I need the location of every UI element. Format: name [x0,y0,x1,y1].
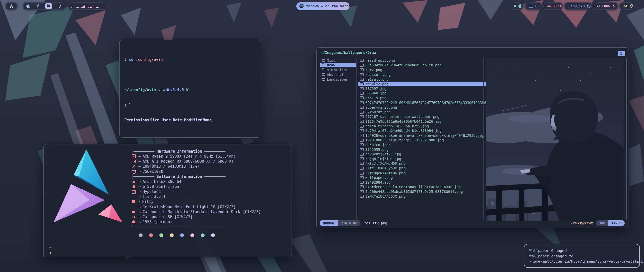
image-file-icon [360,176,364,179]
status-bar: NORMAL218.8 KB result2.png -rwxrwxrwx 36… [317,220,629,226]
file-size-badge: 218.8 KB [338,220,360,226]
arrow-icon: → [138,189,141,194]
palette-dot [170,233,174,237]
temperature-value: 26°C [553,4,562,8]
info-value: Arch Linux x86_64 [143,179,181,184]
file-name: wallpaper.png [365,176,393,180]
visualizer-bar [89,8,90,8]
spotify-icon [299,4,304,8]
arrow-icon: → [138,154,141,159]
info-value: AMD ATI Radeon RX 6800/6800 XT / 6900 XT [143,159,233,164]
info-value: Catppuccin-SE [GTK2/3] [143,214,193,219]
keyboard-layout-value: US [535,4,540,8]
info-value: kitty [142,199,153,204]
rainbow-icon [547,5,551,8]
paintbrush-icon[interactable] [58,4,62,8]
file-manager-icon-active[interactable] [45,3,52,9]
palette-dot [180,233,184,237]
arrow-icon: → [138,184,141,189]
neovim-icon[interactable]: V [37,4,39,8]
file-name: 3122955.png [365,148,389,152]
notification-body: Wallpaper changed to /home/matt/.config/… [529,254,634,264]
file-name: 154928-odinokoe_anime-art-anime-okno-sin… [365,133,484,138]
info-line: →Catppuccin-Macchiato-Standard-Lavender-… [132,209,227,214]
app-launcher-button[interactable] [6,2,17,10]
arch-crystal-logo [49,147,125,232]
notification-title: Wallpaper Changed [529,248,634,253]
visualizer-bar [90,7,91,8]
preview-image [486,58,624,221]
image-file-icon [360,157,364,160]
info-icon [132,180,136,184]
info-line: →1558 (pacman) [132,219,227,224]
scrollbar[interactable] [626,58,627,219]
sidebar-folder-item[interactable]: Abstract [320,72,356,77]
sidebar-folder-item[interactable]: Landscapes [320,77,356,82]
file-name: 587597.jpg [365,87,386,91]
clock-widget[interactable]: 17:50:29 [564,2,592,10]
sidebar-folder-item[interactable]: Draw [320,63,356,68]
prompt-context-line: ~/.config/nvim viav5.4.6 V [124,87,260,92]
sidebar-folder-item[interactable]: Minimalist [320,67,356,72]
file-name: 866715.png [365,96,386,100]
image-file-icon [360,162,364,165]
audio-visualizer[interactable] [68,2,107,10]
updates-widget[interactable]: 0 [511,2,523,10]
file-name: 19201080-__blue-tinge__-1920×1080.jpg [365,138,444,142]
visualizer-bar [98,7,99,8]
visualizer-bar [87,7,87,8]
ls-output: drwxr-xr-x-matt 6 oct 00:31lua .rw-r--r-… [124,133,260,138]
arrow-icon: → [138,179,141,184]
info-value: fish 3.6.1 [143,194,165,199]
section-title: Hardware Information [157,149,202,154]
keyboard-layout-widget[interactable]: US [525,2,542,10]
notification-toast[interactable]: Wallpaper Changed Wallpaper changed to /… [524,244,640,268]
visualizer-bar [81,7,82,8]
shell-prompt[interactable]: ~ ❯ [49,245,51,256]
visualizer-bar [91,7,92,8]
info-icon [132,169,136,174]
pacman-icon [518,4,522,8]
image-preview-pane [486,58,624,221]
folder-name: Draw [327,63,335,67]
arrow-icon: → [138,199,140,204]
file-name: 87r687df.png [365,110,391,114]
sidebar-folder-item[interactable]: Misc [320,58,356,63]
palette-dot [211,233,215,237]
info-icon [132,200,135,203]
info-line: →JetBrainsMono Nerd Font Light 10 [GTK2/… [132,204,227,209]
arrow-icon: → [138,204,141,209]
tab-badge[interactable]: 1 [618,51,625,56]
now-playing-widget[interactable]: thrown - on the verge [296,2,350,10]
image-file-icon [360,185,364,188]
file-name: 596848.jpg [365,91,386,95]
bell-icon [630,4,633,8]
time-value: 17:50:29 [568,4,585,8]
visualizer-bar [75,8,76,8]
image-file-icon [360,64,364,67]
visualizer-bar [103,8,104,8]
file-name: FXfcHgcWIAMzs0G.png [365,171,406,175]
info-value: JetBrainsMono Nerd Font Light 10 [GTK2/3… [143,204,236,209]
info-icon [132,154,136,158]
visualizer-bar [74,7,74,8]
visualizer-bar [102,8,103,8]
info-line: →AMD Ryzen 9 5900X (24) @ 4.9GHz [61.3°o… [132,154,227,159]
visualizer-bar [77,7,78,8]
visualizer-bar [86,6,86,8]
firefox-icon[interactable] [26,4,30,8]
ls-header-row: PermissionsSizeUserDate ModifiedName [124,118,260,123]
visualizer-bar [93,6,93,8]
terminal-window-nvim-config: ❯ cd .config/nvim ~/.config/nvim viav5.4… [119,40,260,138]
palette-dot [201,233,205,237]
prompt-char: ❯ [49,250,51,256]
volume-widget[interactable]: 100% [594,2,618,10]
palette-dot [139,233,143,237]
file-manager-window: ~/Imagenes/Wallpapers/Draw 1 Misc Draw M… [316,47,629,228]
weather-widget[interactable]: 26°C [543,2,562,10]
notifications-count: 24 [623,4,627,8]
visualizer-bar [101,7,101,8]
palette-dot [149,233,153,237]
image-file-icon [360,68,364,71]
notifications-widget[interactable]: 24 [620,2,635,10]
